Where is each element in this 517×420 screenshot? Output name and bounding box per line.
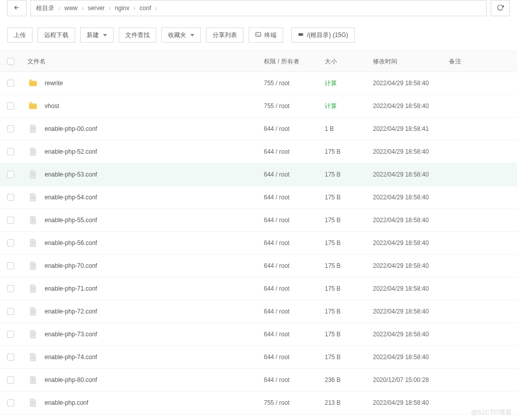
size-calculate-link[interactable]: 计算 (325, 80, 337, 87)
file-name[interactable]: enable-php-53.conf (45, 171, 97, 178)
row-checkbox[interactable] (7, 194, 14, 201)
file-name[interactable]: enable-php-55.conf (45, 217, 97, 224)
breadcrumb-segment[interactable]: server (88, 5, 105, 12)
file-name[interactable]: enable-php.conf (45, 399, 88, 406)
row-checkbox[interactable] (7, 331, 14, 338)
table-row[interactable]: enable-php-52.conf644 / root175 B2022/04… (0, 141, 517, 163)
upload-button[interactable]: 上传 (7, 27, 32, 43)
row-checkbox[interactable] (7, 376, 14, 383)
file-size: 1 B (325, 125, 373, 132)
chevron-right-icon: › (107, 5, 113, 12)
disk-label: /(根目录) (15G) (307, 31, 348, 40)
row-checkbox[interactable] (7, 148, 14, 155)
row-checkbox[interactable] (7, 217, 14, 224)
table-row[interactable]: enable-php-80.conf644 / root236 B2020/12… (0, 369, 517, 392)
file-permission[interactable]: 644 / root (264, 285, 325, 292)
row-checkbox[interactable] (7, 285, 14, 292)
table-row[interactable]: enable-php-72.conf644 / root175 B2022/04… (0, 300, 517, 323)
row-checkbox[interactable] (7, 399, 14, 406)
file-name[interactable]: enable-php-54.conf (45, 194, 97, 201)
file-mtime: 2022/04/29 18:58:40 (373, 354, 449, 361)
row-checkbox[interactable] (7, 308, 14, 315)
file-icon (27, 260, 39, 271)
remote-download-button[interactable]: 远程下载 (38, 27, 75, 43)
file-permission[interactable]: 755 / root (264, 102, 325, 110)
select-all-checkbox[interactable] (7, 58, 14, 65)
header-note[interactable]: 备注 (449, 58, 461, 65)
refresh-button[interactable] (491, 0, 510, 16)
file-name[interactable]: enable-php-74.conf (45, 354, 97, 361)
file-icon (27, 329, 39, 340)
table-row[interactable]: enable-php-74.conf644 / root175 B2022/04… (0, 346, 517, 369)
header-mtime[interactable]: 修改时间 (373, 58, 397, 65)
back-button[interactable] (7, 0, 26, 16)
file-permission[interactable]: 755 / root (264, 399, 325, 406)
file-name[interactable]: enable-php-00.conf (45, 125, 97, 132)
file-name[interactable]: enable-php-52.conf (45, 148, 97, 155)
file-name[interactable]: enable-php-80.conf (45, 376, 97, 383)
header-permission[interactable]: 权限 / 所有者 (264, 58, 299, 65)
table-row[interactable]: vhost755 / root计算2022/04/29 18:58:40 (0, 95, 517, 118)
file-name[interactable]: enable-php-73.conf (45, 331, 97, 338)
chevron-down-icon (190, 34, 194, 37)
file-permission[interactable]: 644 / root (264, 125, 325, 132)
file-permission[interactable]: 644 / root (264, 376, 325, 383)
share-list-button[interactable]: 分享列表 (206, 27, 244, 43)
breadcrumb-segment[interactable]: nginx (115, 5, 129, 12)
file-permission[interactable]: 644 / root (264, 308, 325, 315)
file-permission[interactable]: 644 / root (264, 354, 325, 361)
file-permission[interactable]: 644 / root (264, 171, 325, 178)
chevron-right-icon: › (80, 5, 86, 12)
table-row[interactable]: enable-php.conf755 / root213 B2022/04/29… (0, 392, 517, 414)
disk-button[interactable]: /(根目录) (15G) (291, 27, 355, 43)
breadcrumb-segment[interactable]: www (64, 5, 78, 12)
table-row[interactable]: enable-php-55.conf644 / root175 B2022/04… (0, 209, 517, 232)
file-search-button[interactable]: 文件查找 (119, 27, 156, 43)
table-row[interactable]: enable-php-73.conf644 / root175 B2022/04… (0, 323, 517, 346)
table-row[interactable]: enable-php-71.conf644 / root175 B2022/04… (0, 277, 517, 300)
terminal-button[interactable]: 终端 (249, 27, 283, 43)
file-permission[interactable]: 644 / root (264, 194, 325, 201)
table-row[interactable]: enable-php-00.conf644 / root1 B2022/04/2… (0, 118, 517, 141)
file-permission[interactable]: 644 / root (264, 331, 325, 338)
file-permission[interactable]: 644 / root (264, 148, 325, 155)
table-row[interactable]: rewrite755 / root计算2022/04/29 18:58:40 (0, 72, 517, 95)
row-checkbox[interactable] (7, 102, 14, 110)
breadcrumb-segment[interactable]: conf (140, 5, 151, 12)
table-row[interactable]: enable-php-70.conf644 / root175 B2022/04… (0, 255, 517, 277)
file-name[interactable]: rewrite (45, 80, 63, 87)
row-checkbox[interactable] (7, 80, 14, 87)
row-checkbox[interactable] (7, 171, 14, 178)
file-permission[interactable]: 644 / root (264, 239, 325, 247)
size-calculate-link[interactable]: 计算 (325, 102, 337, 110)
favorites-button[interactable]: 收藏夹 (161, 27, 201, 43)
file-size: 175 B (325, 331, 373, 338)
table-row[interactable]: enable-php-56.conf644 / root175 B2022/04… (0, 232, 517, 255)
file-name[interactable]: enable-php-56.conf (45, 239, 97, 247)
new-button[interactable]: 新建 (80, 27, 114, 43)
row-checkbox[interactable] (7, 125, 14, 132)
file-permission[interactable]: 644 / root (264, 217, 325, 224)
file-name[interactable]: vhost (45, 102, 59, 110)
breadcrumb-segment[interactable]: 根目录 (36, 4, 54, 13)
file-name[interactable]: enable-php-72.conf (45, 308, 97, 315)
table-row[interactable]: enable-php-54.conf644 / root175 B2022/04… (0, 186, 517, 209)
header-filename[interactable]: 文件名 (27, 57, 46, 66)
chevron-down-icon (103, 34, 107, 37)
file-size: 175 B (325, 194, 373, 201)
file-icon (27, 237, 39, 249)
file-permission[interactable]: 644 / root (264, 262, 325, 269)
row-checkbox[interactable] (7, 354, 14, 361)
file-icon (27, 215, 39, 226)
file-permission[interactable]: 755 / root (264, 80, 325, 87)
file-mtime: 2022/04/29 18:58:41 (373, 125, 449, 132)
file-name[interactable]: enable-php-71.conf (45, 285, 97, 292)
row-checkbox[interactable] (7, 239, 14, 247)
file-mtime: 2020/12/07 15:00:28 (373, 376, 449, 383)
breadcrumb[interactable]: 根目录›www›server›nginx›conf› (30, 0, 487, 16)
row-checkbox[interactable] (7, 262, 14, 269)
header-size[interactable]: 大小 (325, 58, 337, 65)
table-row[interactable]: enable-php-53.conf644 / root175 B2022/04… (0, 163, 517, 186)
file-name[interactable]: enable-php-70.conf (45, 262, 97, 269)
table-header: 文件名 权限 / 所有者 大小 修改时间 备注 (0, 51, 517, 72)
